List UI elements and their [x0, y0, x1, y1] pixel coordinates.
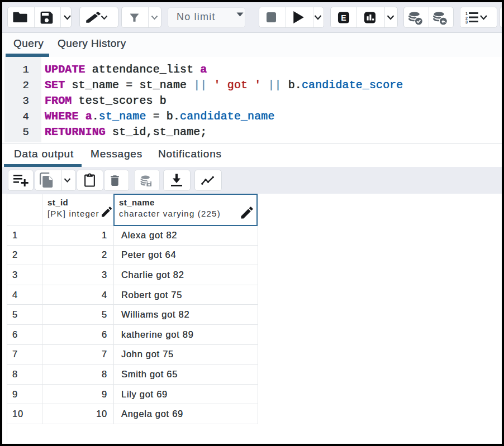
svg-text:2: 2 [465, 16, 468, 20]
svg-text:E: E [341, 13, 346, 22]
svg-text:1: 1 [465, 12, 468, 16]
svg-text:3: 3 [465, 20, 468, 23]
